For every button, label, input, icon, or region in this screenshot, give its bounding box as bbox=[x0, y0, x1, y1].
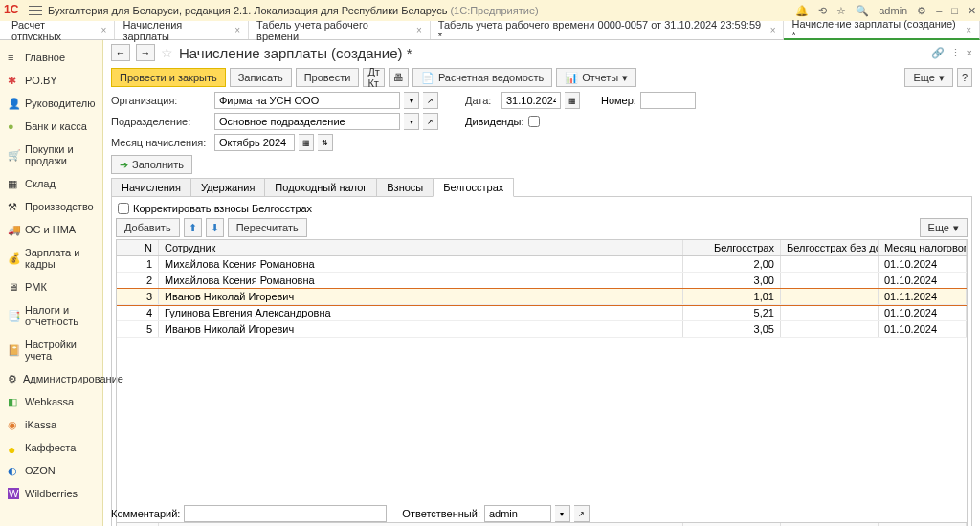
table-row[interactable]: 5Иванов Николай Игоревич3,0501.10.2024 bbox=[117, 321, 967, 338]
sidebar-item[interactable]: 📑Налоги и отчетность bbox=[0, 298, 102, 333]
sidebar-item[interactable]: ✱PO.BY bbox=[0, 69, 102, 92]
sidebar-item[interactable]: ▦Склад bbox=[0, 172, 102, 195]
tab[interactable]: Расчет отпускных× bbox=[4, 21, 115, 39]
help-button[interactable]: ? bbox=[957, 68, 972, 87]
department-input[interactable] bbox=[214, 113, 400, 130]
link-icon[interactable]: 🔗 bbox=[931, 47, 945, 59]
open-icon[interactable]: ↗ bbox=[423, 113, 438, 130]
tax-icon: 📑 bbox=[8, 310, 19, 321]
sidebar-item[interactable]: WWildberries bbox=[0, 482, 102, 505]
open-icon[interactable]: ↗ bbox=[574, 505, 590, 522]
close-icon[interactable]: × bbox=[967, 47, 972, 59]
payroll-sheet-button[interactable]: 📄Расчетная ведомость bbox=[412, 68, 552, 87]
move-down-button[interactable]: ⬇ bbox=[206, 218, 224, 237]
sidebar-item[interactable]: ⚒Производство bbox=[0, 195, 102, 218]
back-button[interactable]: ← bbox=[111, 44, 130, 61]
post-and-close-button[interactable]: Провести и закрыть bbox=[111, 68, 226, 87]
col-belgosstrakh-nodp[interactable]: Белгосстрах без доплаты bbox=[781, 240, 879, 255]
stepper-icon[interactable]: ⇅ bbox=[318, 134, 333, 151]
cart-icon: 🛒 bbox=[8, 149, 19, 161]
dividends-checkbox[interactable] bbox=[528, 116, 540, 127]
month-input[interactable] bbox=[214, 134, 295, 151]
subtab[interactable]: Начисления bbox=[111, 178, 191, 196]
sidebar-item[interactable]: 🛒Покупки и продажи bbox=[0, 138, 102, 172]
close-icon[interactable]: × bbox=[101, 25, 107, 35]
sidebar-item[interactable]: ≡Главное bbox=[0, 46, 102, 69]
col-n[interactable]: N bbox=[117, 240, 159, 255]
sidebar-item[interactable]: 📔Настройки учета bbox=[0, 333, 102, 367]
adjust-checkbox[interactable] bbox=[118, 203, 129, 214]
label-month: Месяц начисления: bbox=[111, 137, 211, 148]
col-tax-month[interactable]: Месяц налогового периода bbox=[879, 240, 967, 255]
search-icon[interactable]: 🔍 bbox=[856, 5, 869, 17]
tab-active[interactable]: Начисление зарплаты (создание) *× bbox=[784, 21, 980, 40]
close-icon[interactable]: × bbox=[416, 25, 422, 35]
settings-icon: 📔 bbox=[8, 344, 19, 356]
col-belgosstrakh[interactable]: Белгосстрах bbox=[683, 240, 781, 255]
dropdown-icon[interactable]: ▾ bbox=[404, 113, 419, 130]
menu-vertical-icon[interactable]: ⋮ bbox=[950, 47, 961, 59]
dropdown-icon[interactable]: ▾ bbox=[404, 92, 419, 109]
subtab[interactable]: Удержания bbox=[190, 178, 265, 196]
sidebar-item[interactable]: ●Банк и касса bbox=[0, 115, 102, 138]
add-button[interactable]: Добавить bbox=[116, 218, 180, 237]
forward-button[interactable]: → bbox=[136, 44, 155, 61]
reports-dropdown[interactable]: 📊Отчеты ▾ bbox=[556, 68, 636, 87]
close-icon[interactable]: × bbox=[234, 25, 240, 35]
sidebar-item[interactable]: ◐OZON bbox=[0, 459, 102, 482]
comment-input[interactable] bbox=[184, 505, 387, 522]
tab[interactable]: Табель учета рабочего времени× bbox=[249, 21, 431, 39]
open-icon[interactable]: ↗ bbox=[423, 92, 438, 109]
hamburger-icon[interactable] bbox=[29, 4, 42, 17]
favorite-star-icon[interactable]: ☆ bbox=[161, 45, 173, 60]
debit-credit-button[interactable]: ДтКт bbox=[363, 68, 385, 87]
sidebar-item[interactable]: ●Каффеста bbox=[0, 436, 102, 459]
responsible-input[interactable] bbox=[484, 505, 551, 522]
close-icon[interactable]: ✕ bbox=[968, 5, 976, 17]
close-icon[interactable]: × bbox=[966, 25, 971, 35]
calendar-icon[interactable]: ▦ bbox=[299, 134, 314, 151]
sidebar-item[interactable]: ⚙Администрирование bbox=[0, 367, 102, 390]
table-row[interactable]: 1Михайлова Ксения Романовна2,0001.10.202… bbox=[117, 256, 967, 273]
fill-button[interactable]: ➔ Заполнить bbox=[111, 155, 192, 174]
date-input[interactable] bbox=[501, 92, 561, 109]
history-icon[interactable]: ⟲ bbox=[818, 5, 827, 17]
sidebar-item[interactable]: 🖥РМК bbox=[0, 275, 102, 298]
sidebar-item[interactable]: 🚚ОС и НМА bbox=[0, 218, 102, 241]
print-button[interactable]: 🖶 bbox=[389, 68, 409, 87]
move-up-button[interactable]: ⬆ bbox=[184, 218, 202, 237]
star-icon[interactable]: ☆ bbox=[836, 5, 846, 17]
document-icon: 📄 bbox=[421, 72, 434, 84]
more-button[interactable]: Еще ▾ bbox=[920, 218, 968, 237]
organization-input[interactable] bbox=[214, 92, 400, 109]
sidebar-item[interactable]: ◧Webkassa bbox=[0, 390, 102, 413]
write-button[interactable]: Записать bbox=[230, 68, 292, 87]
tab[interactable]: Табель учета рабочего времени 0000-0057 … bbox=[431, 21, 785, 39]
dropdown-icon[interactable]: ▾ bbox=[555, 505, 570, 522]
bell-icon[interactable]: 🔔 bbox=[795, 5, 809, 17]
subtab-active[interactable]: Белгосстрах bbox=[433, 178, 514, 197]
sidebar-item[interactable]: ◉iKassa bbox=[0, 413, 102, 436]
minimize-icon[interactable]: – bbox=[936, 5, 942, 16]
bank-icon: ● bbox=[8, 121, 19, 132]
subtab[interactable]: Взносы bbox=[376, 178, 434, 196]
number-input[interactable] bbox=[640, 92, 696, 109]
maximize-icon[interactable]: □ bbox=[951, 5, 958, 16]
more-button[interactable]: Еще ▾ bbox=[904, 68, 952, 87]
table-row[interactable]: 2Михайлова Ксения Романовна3,0001.10.202… bbox=[117, 273, 967, 289]
calendar-icon[interactable]: ▦ bbox=[565, 92, 580, 109]
subtab[interactable]: Подоходный налог bbox=[264, 178, 377, 196]
recalc-button[interactable]: Пересчитать bbox=[228, 218, 307, 237]
table-row[interactable]: 3Иванов Николай Игоревич1,0101.11.2024 bbox=[117, 289, 967, 305]
tab[interactable]: Начисления зарплаты× bbox=[115, 21, 249, 39]
settings-icon[interactable]: ⚙ bbox=[917, 5, 926, 17]
sidebar-item[interactable]: 👤Руководителю bbox=[0, 92, 102, 115]
col-employee[interactable]: Сотрудник bbox=[159, 240, 683, 255]
close-icon[interactable]: × bbox=[770, 25, 776, 35]
table-row[interactable]: 4Гулинова Евгения Александровна5,2101.10… bbox=[117, 305, 967, 321]
home-icon: ≡ bbox=[8, 52, 19, 63]
sidebar-item[interactable]: 💰Зарплата и кадры bbox=[0, 241, 102, 275]
post-button[interactable]: Провести bbox=[296, 68, 360, 87]
user-name[interactable]: admin bbox=[879, 5, 907, 16]
asterisk-icon: ✱ bbox=[8, 75, 19, 86]
